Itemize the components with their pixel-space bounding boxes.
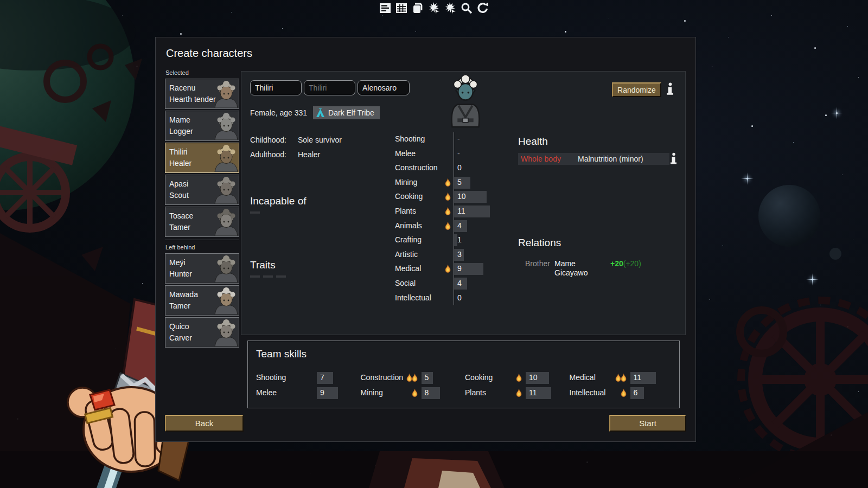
create-characters-dialog: Create characters Selected Racenu Hearth… [155, 37, 696, 442]
skill-bar-track [454, 233, 520, 248]
search-icon[interactable] [460, 2, 473, 15]
passion-flames [435, 222, 451, 230]
team-skill-entry: Intellectual 6 [570, 387, 674, 399]
skill-value: - [457, 149, 460, 158]
skill-value: 4 [457, 279, 462, 287]
passion-flame-icon [444, 207, 451, 216]
passion-flame-icon [620, 389, 627, 397]
passion-flames [504, 389, 522, 397]
relation-kind: Brother [525, 259, 550, 268]
passion-flame-icon [620, 374, 627, 382]
passion-flame-icon [515, 374, 522, 382]
team-skill-entry: Cooking 10 [465, 372, 570, 384]
passion-flame-icon [515, 389, 522, 397]
skill-name: Plants [465, 388, 486, 397]
crew-card[interactable]: Mawada Tamer [165, 285, 239, 316]
crew-portrait [214, 286, 239, 314]
passion-flames [435, 207, 451, 216]
skill-name: Medical [570, 373, 596, 382]
tribal-faction-icon [316, 108, 325, 118]
last-name-input[interactable] [358, 80, 410, 95]
trait-tag [250, 275, 260, 278]
skill-bar [454, 177, 470, 189]
health-info-icon[interactable] [671, 152, 677, 165]
team-skills-grid: Shooting 7 Construction 5 Cooking 10 [256, 372, 674, 399]
crew-portrait [214, 254, 239, 282]
skill-bar-track [454, 291, 520, 306]
start-button[interactable]: Start [609, 415, 686, 432]
skill-bar [317, 372, 333, 384]
star-flare [746, 178, 748, 179]
nickname-input[interactable] [304, 80, 355, 95]
copy-icon[interactable] [411, 2, 424, 15]
skill-value: 7 [320, 373, 324, 382]
architect-menu-icon[interactable] [395, 2, 408, 15]
skill-name: Intellectual [570, 388, 606, 397]
relation-opinion: +20(+20) [610, 259, 641, 268]
skill-value: 11 [529, 388, 537, 397]
skill-value: 4 [457, 221, 462, 230]
refresh-icon[interactable] [476, 2, 489, 15]
faction-badge[interactable]: Dark Elf Tribe [313, 106, 380, 119]
crew-card[interactable]: Apasi Scout [165, 175, 239, 205]
relations-title: Relations [518, 237, 561, 249]
skill-name: Intellectual [395, 293, 431, 302]
passion-flame-icon [444, 265, 451, 273]
skill-row: Plants 11 [395, 204, 541, 219]
skill-name: Plants [395, 207, 416, 215]
passion-flames [504, 374, 522, 382]
crew-card[interactable]: Thiliri Healer [165, 143, 239, 173]
randomize-button[interactable]: Randomize [612, 82, 661, 97]
crew-portrait [214, 176, 239, 204]
team-skill-entry: Construction 5 [361, 372, 465, 384]
faction-name: Dark Elf Tribe [328, 108, 374, 117]
crew-portrait [214, 112, 239, 140]
team-skill-entry: Melee 9 [256, 387, 361, 399]
crew-card[interactable]: Tosace Tamer [165, 207, 239, 237]
skill-name: Cooking [465, 373, 493, 382]
skill-name: Cooking [395, 192, 423, 201]
childhood-row: Childhood:Sole survivor [250, 133, 342, 147]
skill-value: - [457, 134, 460, 143]
skill-name: Crafting [395, 235, 422, 244]
incapable-title: Incapable of [250, 195, 307, 207]
skill-name: Construction [395, 163, 438, 172]
crew-portrait [214, 318, 239, 346]
incapable-tag [250, 211, 260, 214]
passion-flames [609, 389, 627, 397]
crew-portrait [214, 144, 239, 172]
skill-bar-track [454, 147, 520, 162]
character-panel: Randomize Female, age 331 Dark Elf Tribe [241, 71, 686, 335]
passion-flame-icon [444, 192, 451, 201]
skill-name: Mining [361, 388, 383, 397]
star-flare [812, 279, 813, 280]
skill-row: Mining 5 [395, 176, 541, 190]
incapable-tags [250, 211, 364, 214]
relation-row: Brother Mame Gicayawo +20(+20) [518, 258, 675, 280]
adulthood-row: Adulthood:Healer [250, 147, 342, 162]
childhood-value: Sole survivor [298, 136, 342, 144]
team-skill-entry: Mining 8 [361, 387, 465, 399]
left-behind-section-label: Left behind [165, 244, 239, 251]
team-skills-title: Team skills [256, 348, 307, 360]
crew-card[interactable]: Racenu Hearth tender [165, 79, 239, 109]
star-flare [836, 112, 838, 114]
skill-value: 5 [425, 373, 429, 382]
crew-card[interactable]: Mame Logger [165, 111, 239, 141]
message-log-icon[interactable] [379, 2, 392, 15]
skill-name: Melee [256, 388, 277, 397]
randomize-info-icon[interactable] [667, 82, 674, 96]
back-button[interactable]: Back [165, 415, 244, 432]
crew-card[interactable]: Meÿi Hunter [165, 253, 239, 284]
crew-card[interactable]: Quico Carver [165, 317, 239, 348]
crew-portrait [214, 80, 239, 108]
skill-value: 6 [634, 388, 638, 397]
bio-row: Female, age 331 Dark Elf Tribe [250, 106, 380, 119]
skill-name: Shooting [256, 373, 286, 382]
skill-name: Social [395, 279, 416, 287]
crew-sidebar: Selected Racenu Hearth tender [165, 69, 239, 349]
relation-name: Mame Gicayawo [554, 259, 607, 278]
first-name-input[interactable] [250, 80, 302, 95]
spawn-tool-icon[interactable] [427, 2, 441, 15]
spawn-tool-icon[interactable] [444, 2, 457, 15]
